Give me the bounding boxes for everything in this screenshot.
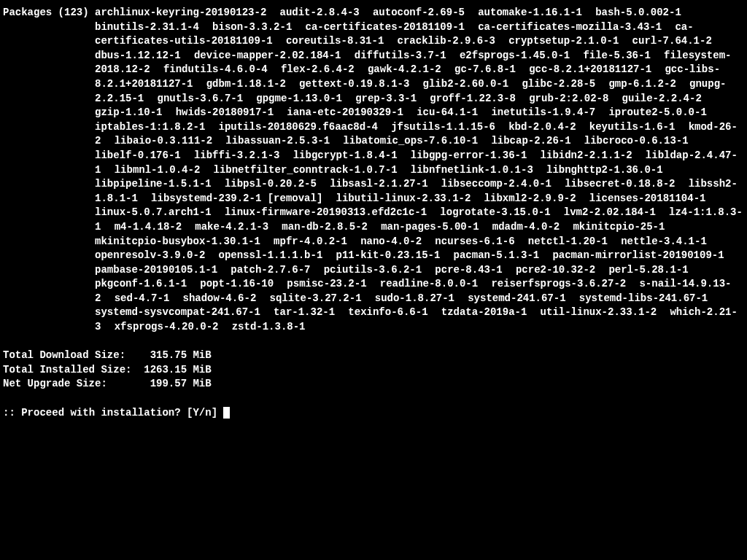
package-item: libgpg-error-1.36-1 (411, 149, 527, 161)
size-summary: Total Download Size: 315.75 MiBTotal Ins… (3, 349, 744, 392)
package-item: reiserfsprogs-3.6.27-2 (491, 278, 626, 289)
package-item: openssl-1.1.1.b-1 (219, 249, 323, 261)
package-item: glib2-2.60.0-1 (423, 78, 509, 90)
package-item: hwids-20180917-1 (176, 106, 274, 118)
package-item: mdadm-4.0-2 (492, 221, 560, 233)
package-item: util-linux-2.33.1-2 (541, 306, 657, 318)
packages-block: Packages (123) archlinux-keyring-2019012… (3, 6, 744, 335)
package-item: linux-5.0.7.arch1-1 (95, 206, 212, 218)
packages-header: Packages (123) (3, 6, 95, 20)
package-item: libnghttp2-1.36.0-1 (546, 164, 663, 176)
package-item: libassuan-2.5.3-1 (225, 135, 330, 147)
package-item: libcap-2.26-1 (491, 135, 570, 147)
package-item: iputils-20180629.f6aac8d-4 (219, 121, 378, 133)
package-item: libpsl-0.20.2-5 (225, 178, 317, 190)
package-item: groff-1.22.3-8 (430, 93, 516, 104)
package-item: libcroco-0.6.13-1 (584, 135, 689, 147)
confirmation-prompt[interactable]: :: Proceed with installation? [Y/n] (3, 406, 744, 421)
package-item: ncurses-6.1-6 (435, 236, 514, 247)
package-item: pcre2-10.32-2 (516, 264, 595, 276)
package-item: grep-3.3-1 (355, 93, 417, 104)
package-item: libffi-3.2.1-3 (194, 149, 280, 161)
package-item: archlinux-keyring-20190123-2 (95, 7, 266, 18)
package-item: automake-1.16.1-1 (478, 7, 582, 18)
package-item: libelf-0.176-1 (95, 149, 181, 161)
package-item: popt-1.16-10 (200, 278, 274, 289)
package-item: readline-8.0.0-1 (380, 278, 478, 289)
package-item: systemd-libs-241.67-1 (579, 292, 708, 304)
package-item: bash-5.0.002-1 (595, 7, 681, 18)
package-item: sqlite-3.27.2-1 (270, 292, 362, 304)
package-item: ca-certificates-20181109-1 (306, 21, 465, 33)
package-item: gc-7.6.8-1 (454, 63, 516, 75)
package-item: dbus-1.12.12-1 (95, 50, 181, 61)
package-item: libpipeline-1.5.1-1 (95, 178, 212, 190)
package-item: file-5.36-1 (583, 50, 650, 61)
package-item: texinfo-6.6-1 (348, 306, 427, 318)
package-item: libaio-0.3.111-2 (115, 135, 212, 147)
package-item: pkgconf-1.6.1-1 (95, 278, 187, 289)
package-item: libnfnetlink-1.0.1-3 (411, 164, 533, 176)
package-item: gnutls-3.6.7-1 (157, 93, 243, 104)
package-item: cryptsetup-2.1.0-1 (508, 35, 619, 47)
package-item: mpfr-4.0.2-1 (274, 236, 347, 247)
package-item: audit-2.8.4-3 (280, 7, 360, 18)
package-item: logrotate-3.15.0-1 (440, 206, 550, 218)
package-item: libidn2-2.1.1-2 (541, 149, 632, 161)
package-item: systemd-sysvcompat-241.67-1 (95, 306, 260, 318)
package-item: lvm2-2.02.184-1 (564, 206, 656, 218)
package-item: diffutils-3.7-1 (355, 50, 446, 61)
package-item: nano-4.0-2 (360, 236, 422, 247)
package-item: coreutils-8.31-1 (286, 35, 384, 47)
package-item: m4-1.4.18-2 (115, 221, 182, 233)
package-item: pambase-20190105.1-1 (95, 264, 217, 276)
package-item: gettext-0.19.8.1-3 (299, 78, 409, 90)
package-item: gdbm-1.18.1-2 (206, 78, 286, 90)
package-item: libsecret-0.18.8-2 (565, 178, 675, 190)
package-item: keyutils-1.6-1 (589, 121, 676, 133)
package-item: gpgme-1.13.0-1 (256, 93, 342, 104)
installed-size-row: Total Installed Size: 1263.15 MiB (3, 363, 744, 378)
package-item: inetutils-1.9.4-7 (491, 106, 595, 118)
package-item: linux-firmware-20190313.efd2c1c-1 (225, 206, 427, 218)
package-item: libutil-linux-2.33.1-2 (336, 192, 471, 204)
packages-list: archlinux-keyring-20190123-2 audit-2.8.4… (95, 6, 744, 335)
package-item: netctl-1.20-1 (528, 236, 608, 247)
package-item: nettle-3.4.1-1 (621, 236, 707, 247)
package-item: p11-kit-0.23.15-1 (336, 249, 441, 261)
package-item: mkinitcpio-busybox-1.30.1-1 (95, 236, 260, 247)
package-item: libsasl-2.1.27-1 (330, 178, 427, 190)
package-item: binutils-2.31.1-4 (95, 21, 199, 33)
package-item: libmnl-1.0.4-2 (115, 164, 201, 176)
upgrade-size-row: Net Upgrade Size: 199.57 MiB (3, 377, 744, 392)
package-item: licenses-20181104-1 (589, 192, 706, 204)
package-item: tar-1.32-1 (274, 306, 335, 318)
package-item: gcc-8.2.1+20181127-1 (529, 63, 651, 75)
package-item: patch-2.7.6-7 (231, 264, 310, 276)
package-item: kbd-2.0.4-2 (508, 121, 576, 133)
package-item: gawk-4.2.1-2 (368, 63, 441, 75)
package-item: pacman-5.1.3-1 (454, 249, 540, 261)
package-item: libgcrypt-1.8.4-1 (293, 149, 398, 161)
package-item: libxml2-2.9.9-2 (484, 192, 576, 204)
package-item: ca-certificates-mozilla-3.43-1 (478, 21, 662, 33)
package-item: libseccomp-2.4.0-1 (441, 178, 551, 190)
package-item: iana-etc-20190329-1 (287, 106, 403, 118)
package-item: gzip-1.10-1 (95, 106, 162, 118)
package-item: guile-2.2.4-2 (622, 93, 702, 104)
package-item: shadow-4.6-2 (183, 292, 257, 304)
package-item: perl-5.28.1-1 (608, 264, 688, 276)
package-item: make-4.2.1-3 (195, 221, 268, 233)
package-item: jfsutils-1.1.15-6 (391, 121, 495, 133)
package-item: libsystemd-239.2-1 [removal] (151, 192, 322, 204)
package-item: gmp-6.1.2-2 (608, 78, 676, 90)
package-item: man-pages-5.00-1 (381, 221, 479, 233)
package-item: libatomic_ops-7.6.10-1 (343, 135, 478, 147)
package-item: findutils-4.6.0-4 (163, 63, 268, 75)
package-item: psmisc-23.2-1 (287, 278, 366, 289)
package-item: flex-2.6.4-2 (281, 63, 355, 75)
package-item: systemd-241.67-1 (468, 292, 565, 304)
package-item: iptables-1:1.8.2-1 (95, 121, 205, 133)
cursor-icon (223, 407, 229, 418)
package-item: zstd-1.3.8-1 (232, 321, 306, 332)
